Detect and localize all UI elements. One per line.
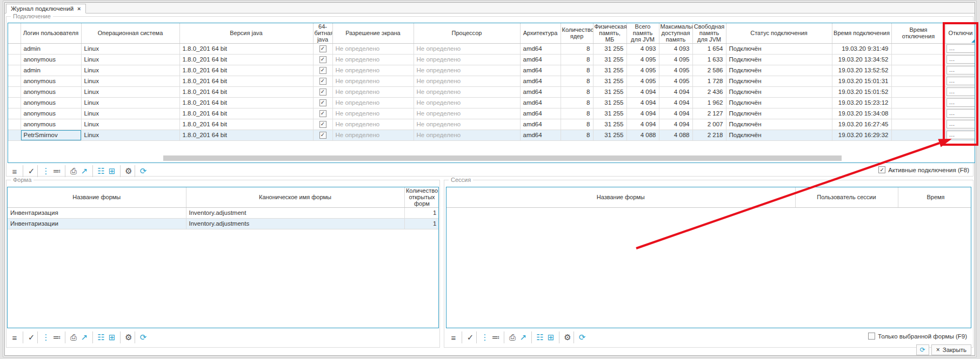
free-memory-cell[interactable]: 2 127 — [692, 108, 726, 119]
login-cell[interactable]: admin — [21, 43, 81, 54]
grid-view-icon[interactable]: ⊞ — [544, 331, 557, 343]
x64-cell[interactable]: ✓ — [313, 97, 332, 108]
resolution-cell[interactable]: Не определено — [332, 54, 414, 65]
architecture-cell[interactable]: amd64 — [520, 97, 561, 108]
login-cell[interactable]: anonymous — [21, 119, 81, 130]
physical-memory-cell[interactable]: 31 255 — [593, 86, 626, 97]
architecture-cell[interactable]: amd64 — [520, 43, 561, 54]
Инвентаризация[interactable]: Инвентаризация Inventory.adjustment 1 — [8, 207, 439, 218]
disconnect-button[interactable]: … — [946, 98, 975, 107]
column-header[interactable]: Логин пользователя — [21, 23, 81, 43]
column-header[interactable]: 64-битная java — [313, 23, 332, 43]
numbered-list-icon[interactable]: ⋮ — [37, 165, 50, 177]
physical-memory-cell[interactable]: 31 255 — [593, 108, 626, 119]
add-row-icon[interactable]: ≕ — [50, 331, 63, 343]
cpu-cell[interactable]: Не определено — [414, 54, 520, 65]
filter-icon[interactable]: ≡ — [8, 331, 21, 343]
column-header[interactable]: Каноническое имя формы — [186, 187, 404, 207]
status-cell[interactable]: Подключён — [726, 130, 832, 140]
connect-time-cell[interactable]: 19.03.20 16:29:32 — [832, 130, 891, 140]
status-cell[interactable]: Подключён — [726, 97, 832, 108]
numbered-list-icon[interactable]: ⋮ — [37, 331, 50, 343]
connect-time-cell[interactable]: 19.03.20 13:52:52 — [832, 65, 891, 76]
disconnect-time-cell[interactable] — [891, 130, 945, 140]
cpu-cell[interactable]: Не определено — [414, 97, 520, 108]
max-memory-cell[interactable]: 4 095 — [659, 54, 692, 65]
column-header[interactable]: Архитектура — [520, 23, 561, 43]
resolution-cell[interactable]: Не определено — [332, 65, 414, 76]
resolution-cell[interactable]: Не определено — [332, 86, 414, 97]
max-memory-cell[interactable]: 4 095 — [659, 76, 692, 86]
max-memory-cell[interactable]: 4 088 — [659, 130, 692, 140]
row-selector-cell[interactable] — [8, 86, 21, 97]
connection-row[interactable]: anonymous Linux 1.8.0_201 64 bit ✓ Не оп… — [8, 97, 975, 108]
horizontal-scrollbar-thumb[interactable] — [163, 155, 842, 161]
connect-time-cell[interactable]: 19.03.20 15:23:12 — [832, 97, 891, 108]
refresh-icon[interactable]: ⟳ — [135, 165, 148, 177]
resolution-cell[interactable]: Не определено — [332, 119, 414, 130]
row-selector-cell[interactable] — [8, 54, 21, 65]
java-version-cell[interactable]: 1.8.0_201 64 bit — [179, 86, 313, 97]
x64-cell[interactable]: ✓ — [313, 130, 332, 140]
settings-icon[interactable]: ⚙ — [559, 331, 572, 343]
x64-cell[interactable]: ✓ — [313, 65, 332, 76]
validate-icon[interactable]: ✓ — [23, 165, 36, 177]
form-name-cell[interactable]: Инвентаризация — [8, 207, 186, 218]
x64-cell[interactable]: ✓ — [313, 86, 332, 97]
row-selector-cell[interactable] — [8, 119, 21, 130]
disconnect-button[interactable]: … — [946, 131, 975, 139]
os-cell[interactable]: Linux — [81, 119, 179, 130]
os-cell[interactable]: Linux — [81, 43, 179, 54]
disconnect-time-cell[interactable] — [891, 119, 945, 130]
refresh-icon[interactable]: ⟳ — [574, 331, 586, 343]
form-count-cell[interactable]: 1 — [404, 207, 439, 218]
connection-row[interactable]: admin Linux 1.8.0_201 64 bit ✓ Не опреде… — [8, 43, 975, 54]
print-icon[interactable]: ⎙ — [65, 331, 78, 343]
total-memory-cell[interactable]: 4 088 — [626, 130, 659, 140]
row-selector-cell[interactable] — [8, 97, 21, 108]
validate-icon[interactable]: ✓ — [462, 331, 475, 343]
settings-icon[interactable]: ⚙ — [120, 165, 133, 177]
grid-view-icon[interactable]: ⊞ — [105, 165, 118, 177]
form-canonical-cell[interactable]: Inventory.adjustments — [186, 218, 404, 229]
max-memory-cell[interactable]: 4 093 — [659, 43, 692, 54]
connection-row[interactable]: admin Linux 1.8.0_201 64 bit ✓ Не опреде… — [8, 65, 975, 76]
column-header[interactable]: Разрешение экрана — [332, 23, 414, 43]
cpu-cell[interactable]: Не определено — [414, 108, 520, 119]
physical-memory-cell[interactable]: 31 255 — [593, 43, 626, 54]
connect-time-cell[interactable]: 19.03.20 13:34:52 — [832, 54, 891, 65]
physical-memory-cell[interactable]: 31 255 — [593, 130, 626, 140]
login-cell[interactable]: PetrSmirnov — [21, 130, 81, 140]
disconnect-time-cell[interactable] — [891, 65, 945, 76]
java-version-cell[interactable]: 1.8.0_201 64 bit — [179, 54, 313, 65]
only-selected-form-checkbox[interactable] — [868, 333, 875, 340]
status-cell[interactable]: Подключён — [726, 108, 832, 119]
architecture-cell[interactable]: amd64 — [520, 108, 561, 119]
os-cell[interactable]: Linux — [81, 86, 179, 97]
cpu-cell[interactable]: Не определено — [414, 65, 520, 76]
print-icon[interactable]: ⎙ — [65, 165, 78, 177]
physical-memory-cell[interactable]: 31 255 — [593, 119, 626, 130]
free-memory-cell[interactable]: 1 633 — [692, 54, 726, 65]
cpu-cell[interactable]: Не определено — [414, 119, 520, 130]
column-header[interactable]: Пользователь сессии — [795, 187, 898, 207]
physical-memory-cell[interactable]: 31 255 — [593, 65, 626, 76]
login-cell[interactable]: anonymous — [21, 54, 81, 65]
physical-memory-cell[interactable]: 31 255 — [593, 54, 626, 65]
disconnect-button[interactable]: … — [946, 55, 975, 64]
cores-cell[interactable]: 8 — [561, 130, 593, 140]
form-count-cell[interactable]: 1 — [404, 218, 439, 229]
disconnect-button[interactable]: … — [946, 109, 975, 118]
java-version-cell[interactable]: 1.8.0_201 64 bit — [179, 130, 313, 140]
resolution-cell[interactable]: Не определено — [332, 108, 414, 119]
total-memory-cell[interactable]: 4 093 — [626, 43, 659, 54]
refresh-icon[interactable]: ⟳ — [135, 331, 148, 343]
os-cell[interactable]: Linux — [81, 76, 179, 86]
os-cell[interactable]: Linux — [81, 97, 179, 108]
column-header[interactable]: Всего память для JVM — [626, 23, 659, 43]
connect-time-cell[interactable]: 19.03.20 9:31:49 — [832, 43, 891, 54]
disconnect-time-cell[interactable] — [891, 86, 945, 97]
filter-icon[interactable]: ≡ — [8, 165, 21, 177]
architecture-cell[interactable]: amd64 — [520, 119, 561, 130]
java-version-cell[interactable]: 1.8.0_201 64 bit — [179, 119, 313, 130]
